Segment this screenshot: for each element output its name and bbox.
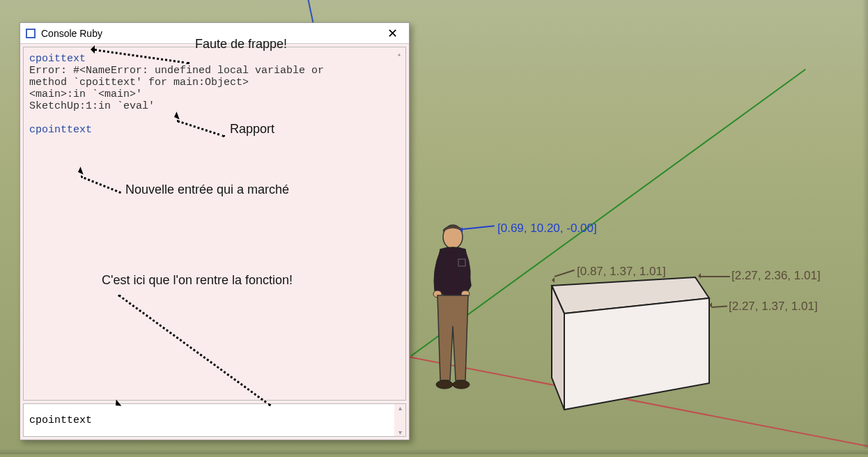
drop-shadow — [862, 0, 868, 449]
output-error-line: method `cpoittext' for main:Object> — [29, 77, 249, 88]
arrowhead-icon — [86, 45, 95, 54]
console-output[interactable]: cpoittext Error: #<NameError: undefined … — [23, 47, 406, 401]
output-typo-line: cpoittext — [29, 53, 86, 65]
svg-marker-1 — [564, 298, 709, 410]
ruby-console-window: Console Ruby ✕ cpoittext Error: #<NameEr… — [20, 22, 410, 440]
scroll-down-icon[interactable]: ▾ — [394, 428, 405, 436]
output-error-line: SketchUp:1:in `eval' — [29, 100, 155, 112]
coord-label-head: [0.69, 10.20, -0.00] — [497, 222, 597, 235]
output-error-line: Error: #<NameError: undefined local vari… — [29, 65, 324, 77]
annotation-report: Rapport — [230, 122, 274, 137]
coord-label-mid-right: [2.27, 1.37, 1.01] — [729, 300, 818, 313]
coord-label-top-left: [0.87, 1.37, 1.01] — [577, 265, 666, 279]
svg-point-7 — [436, 380, 453, 389]
scroll-up-icon[interactable]: ▴ — [394, 404, 405, 412]
drop-shadow — [0, 449, 868, 454]
annotation-typo: Faute de frappe! — [195, 37, 287, 52]
output-scrollbar[interactable]: ▴ — [394, 50, 404, 60]
leader-arrowhead — [695, 273, 701, 279]
leader-arrowhead — [706, 302, 712, 308]
output-success-line: cpointtext — [29, 124, 92, 136]
app-icon — [26, 29, 36, 38]
annotation-worked: Nouvelle entrée qui a marché — [125, 183, 289, 197]
input-scrollbar[interactable]: ▴ ▾ — [394, 404, 405, 436]
scale-figure[interactable] — [422, 222, 483, 396]
output-error-line: <main>:in `<main>' — [29, 88, 142, 100]
leader-line — [701, 276, 730, 277]
box-geometry[interactable] — [536, 272, 711, 411]
leader-arrowhead — [549, 277, 555, 283]
scroll-up-icon[interactable]: ▴ — [394, 50, 404, 60]
svg-point-8 — [453, 380, 470, 389]
annotation-enter-here: C'est ici que l'on rentre la fonction! — [102, 273, 293, 288]
coord-label-top-right: [2.27, 2.36, 1.01] — [731, 269, 821, 283]
close-icon[interactable]: ✕ — [382, 26, 403, 41]
console-input[interactable] — [24, 404, 394, 436]
leader-arrowhead — [457, 227, 463, 233]
